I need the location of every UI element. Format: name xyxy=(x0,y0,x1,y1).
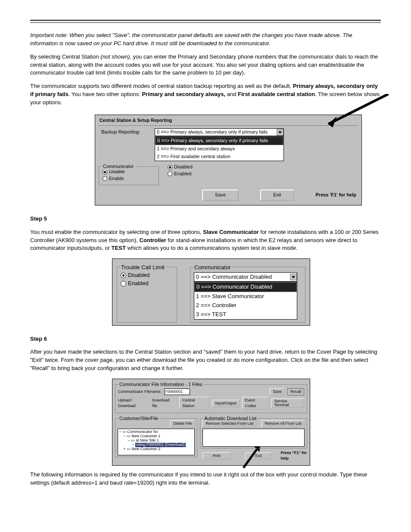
print-button[interactable]: Print xyxy=(202,452,230,460)
file-info-group: Communicator File Information - 1 Files … xyxy=(115,384,307,413)
radio-icon xyxy=(168,171,172,176)
step5-label: Step 5 xyxy=(30,215,381,223)
radio-icon xyxy=(121,273,126,278)
save-button[interactable]: Save xyxy=(202,190,239,201)
download-list[interactable] xyxy=(202,429,305,447)
backup-reporting-options[interactable]: 0 ==> Primary always, secondary only if … xyxy=(155,136,284,161)
dropdown-option[interactable]: 0 ==> Primary always, secondary only if … xyxy=(155,137,283,145)
delete-file-button[interactable]: Delete File xyxy=(170,420,195,427)
note-important: Important note: When you select "Save", … xyxy=(30,32,352,47)
dropdown-option[interactable]: 2 ==> First available central station xyxy=(155,153,283,161)
dropdown-option[interactable]: 1 ==> Primary and secondary always xyxy=(155,145,283,153)
paragraph-required-info: The following information is required by… xyxy=(30,471,381,487)
upload-download-label: Upload / Download: xyxy=(118,398,150,409)
dropdown-option[interactable]: 3 ==> TEST xyxy=(194,310,297,319)
radio-enabled[interactable]: Enabled xyxy=(168,171,358,177)
communicator-mode-group: Communicator 0 ==> Communicator Disabled… xyxy=(190,267,305,322)
exit-button[interactable]: Exit xyxy=(260,190,294,201)
tab-input-output[interactable]: Input/Output xyxy=(212,400,240,407)
help-hint: Press 'F1' for help xyxy=(316,192,358,199)
customer-site-file-group: Customer/Site/File Delete File − ▭ Commu… xyxy=(115,418,197,457)
chevron-down-icon[interactable] xyxy=(277,129,283,136)
cover-page-panel: Communicator File Information - 1 Files … xyxy=(112,379,310,466)
tab-service-terminal[interactable]: Service Terminal xyxy=(271,398,304,408)
upload-download-value: Download file xyxy=(153,398,174,409)
save-button[interactable]: Save xyxy=(270,388,285,395)
radio-disabled[interactable]: Disabled xyxy=(121,271,173,280)
step6-label: Step 6 xyxy=(30,335,381,343)
svg-line-0 xyxy=(328,94,389,124)
communicator-mode-dropdown[interactable]: 0 ==> Communicator Disabled xyxy=(194,272,297,282)
backup-reporting-dropdown[interactable]: 0 ==> Primary always, secondary only if … xyxy=(155,128,284,136)
radio-icon xyxy=(168,165,172,170)
paragraph-step5: You must enable the communicator by sele… xyxy=(30,228,381,253)
remove-all-button[interactable]: Remove All From List xyxy=(262,420,305,427)
trouble-call-limit-group: Trouble Call Limit Disabled Enabled xyxy=(117,267,177,322)
dropdown-option[interactable]: 1 ==> Slave Communicator xyxy=(194,292,297,301)
svg-marker-1 xyxy=(328,116,337,128)
communicator-group: Communicator Disable Enable xyxy=(99,166,159,185)
file-tree[interactable]: − ▭ Communicator for − ▭ New Customer 1 … xyxy=(118,429,195,455)
arrow-pointer-icon xyxy=(315,94,389,131)
paragraph-step6: After you have made the selections to th… xyxy=(30,348,381,373)
radio-enable[interactable]: Enable xyxy=(103,175,155,182)
paragraph-central-station: By selecting Central Station (not shown)… xyxy=(30,53,381,78)
communicator-enable-panel: Trouble Call Limit Disabled Enabled Comm… xyxy=(112,258,310,325)
filename-label: Communicator Filename: xyxy=(118,389,162,395)
tab-central-station[interactable]: Central Station xyxy=(179,397,209,410)
radio-enabled[interactable]: Enabled xyxy=(121,280,173,288)
auto-download-list-group: Automatic Download List Remove Selected … xyxy=(200,418,307,448)
recall-button[interactable]: Recall xyxy=(287,388,304,395)
radio-disabled[interactable]: Disabled xyxy=(168,164,358,171)
tab-event-codes[interactable]: Event Codes xyxy=(242,397,269,410)
communicator-mode-options[interactable]: 0 ==> Communicator Disabled 1 ==> Slave … xyxy=(194,282,297,319)
chevron-down-icon[interactable] xyxy=(290,274,297,280)
radio-icon xyxy=(103,176,107,181)
backup-reporting-label: Backup Reporting: xyxy=(99,129,155,136)
filename-field[interactable]: F0000001 xyxy=(164,389,190,395)
radio-icon xyxy=(121,281,126,286)
help-hint: Press "F1" for help xyxy=(281,450,308,461)
dropdown-option[interactable]: 2 ==> Controller xyxy=(194,301,297,310)
radio-icon xyxy=(103,170,107,174)
dropdown-option[interactable]: 0 ==> Communicator Disabled xyxy=(194,282,297,292)
